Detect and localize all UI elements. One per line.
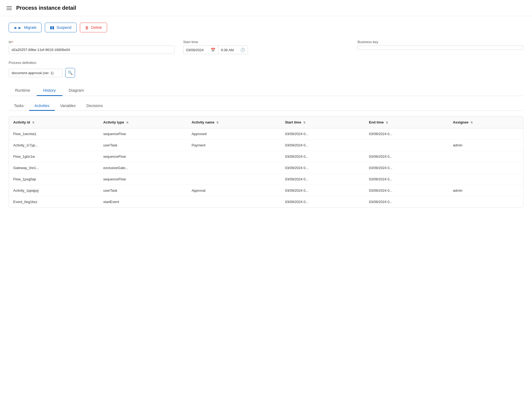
cell-activity_type-0: sequenceFlow [99, 128, 187, 140]
activities-table-container: Activity id ⇅ Activity type ⇅ Activity n… [9, 116, 523, 208]
business-key-field-group: Business key [357, 40, 523, 54]
delete-label: Delete [91, 25, 102, 30]
cell-activity_id-1: Activity_1r7yp... [9, 140, 99, 151]
business-key-label: Business key [357, 40, 523, 44]
cell-start_time-0: 03/09/2024 0... [281, 128, 364, 140]
tab-activities[interactable]: Activities [29, 101, 55, 111]
sort-icon-end-time: ⇅ [386, 121, 388, 124]
clock-icon: 🕐 [240, 48, 245, 52]
col-activity-id[interactable]: Activity id ⇅ [9, 116, 99, 128]
col-assignee[interactable]: Assignee ⇅ [449, 116, 523, 128]
main-content: ►► Migrate ▮▮ Suspend 🗑 Delete Id• d2a20… [0, 16, 532, 214]
table-header-row: Activity id ⇅ Activity type ⇅ Activity n… [9, 116, 523, 128]
process-def-section: Process definition document-approval (ve… [9, 61, 523, 78]
cell-activity_type-4: sequenceFlow [99, 174, 187, 185]
business-key-input[interactable] [357, 46, 523, 50]
suspend-button[interactable]: ▮▮ Suspend [45, 23, 76, 32]
cell-activity_name-6 [187, 196, 281, 208]
table-header: Activity id ⇅ Activity type ⇅ Activity n… [9, 116, 523, 128]
cell-start_time-6: 03/09/2024 0... [281, 196, 364, 208]
calendar-icon: 📅 [211, 48, 215, 52]
cell-activity_id-4: Flow_1pxg0ap [9, 174, 99, 185]
start-date-value: 03/09/2024 [186, 48, 209, 52]
start-time-label: Start time [183, 40, 349, 44]
cell-end_time-5: 03/09/2024 0... [365, 185, 449, 196]
id-label: Id• [9, 40, 175, 44]
header: Process instance detail [0, 0, 532, 16]
cell-activity_type-6: startEvent [99, 196, 187, 208]
cell-assignee-5: admin [449, 185, 523, 196]
cell-activity_name-3 [187, 162, 281, 174]
cell-start_time-3: 03/09/2024 0... [281, 162, 364, 174]
tab-diagram[interactable]: Diagram [62, 85, 91, 96]
hamburger-menu[interactable] [6, 6, 12, 10]
table-row: Gateway_0re1...exclusiveGate...03/09/202… [9, 162, 523, 174]
toolbar: ►► Migrate ▮▮ Suspend 🗑 Delete [9, 23, 523, 32]
delete-button[interactable]: 🗑 Delete [80, 23, 107, 32]
migrate-button[interactable]: ►► Migrate [9, 23, 42, 32]
table-row: Activity_1r7yp...userTaskPayment03/09/20… [9, 140, 523, 151]
sub-tabs: Tasks Activities Variables Decisions [9, 101, 523, 111]
cell-assignee-4 [449, 174, 523, 185]
cell-activity_name-1: Payment [187, 140, 281, 151]
cell-activity_type-2: sequenceFlow [99, 151, 187, 162]
tab-tasks[interactable]: Tasks [9, 101, 29, 111]
table-row: Flow_1gfzr1wsequenceFlow03/09/2024 0...0… [9, 151, 523, 162]
tab-decisions[interactable]: Decisions [81, 101, 108, 111]
sort-icon-activity-type: ⇅ [126, 121, 128, 124]
process-def-value: document-approval (ver. 1) [12, 71, 60, 75]
cell-activity_name-0: Approved [187, 128, 281, 140]
start-time-input[interactable]: 9:36 AM 🕐 [218, 46, 248, 54]
cell-assignee-2 [449, 151, 523, 162]
cell-end_time-4: 03/09/2024 0... [365, 174, 449, 185]
cell-end_time-0: 03/09/2024 0... [365, 128, 449, 140]
cell-activity_type-1: userTask [99, 140, 187, 151]
cell-activity_id-0: Flow_1wcmla1 [9, 128, 99, 140]
cell-start_time-1: 03/09/2024 0... [281, 140, 364, 151]
cell-start_time-4: 03/09/2024 0... [281, 174, 364, 185]
cell-assignee-6 [449, 196, 523, 208]
cell-activity_id-3: Gateway_0re1... [9, 162, 99, 174]
id-input[interactable]: d2a20257-69be-11ef-9619-16806e04 [9, 46, 175, 54]
tab-variables[interactable]: Variables [55, 101, 81, 111]
start-time-inputs: 03/09/2024 📅 9:36 AM 🕐 [183, 46, 349, 54]
search-icon: 🔍 [68, 70, 73, 75]
main-tabs: Runtime History Diagram [9, 85, 523, 96]
cell-end_time-1 [365, 140, 449, 151]
table-row: Event_0eg1bxzstartEvent03/09/2024 0...03… [9, 196, 523, 208]
cell-activity_type-3: exclusiveGate... [99, 162, 187, 174]
search-button[interactable]: 🔍 [65, 68, 75, 78]
form-section: Id• d2a20257-69be-11ef-9619-16806e04 Sta… [9, 40, 523, 54]
cell-activity_id-6: Event_0eg1bxz [9, 196, 99, 208]
cell-activity_id-2: Flow_1gfzr1w [9, 151, 99, 162]
cell-activity_type-5: userTask [99, 185, 187, 196]
page-title: Process instance detail [16, 5, 76, 11]
process-def-label: Process definition [9, 61, 523, 65]
table-row: Activity_1ppqpyjuserTaskApproval03/09/20… [9, 185, 523, 196]
cell-activity_name-5: Approval [187, 185, 281, 196]
cell-end_time-3: 03/09/2024 0... [365, 162, 449, 174]
cell-start_time-2: 03/09/2024 0... [281, 151, 364, 162]
col-activity-name[interactable]: Activity name ⇅ [187, 116, 281, 128]
tab-history[interactable]: History [37, 85, 62, 96]
sort-icon-activity-id: ⇅ [32, 121, 34, 124]
cell-end_time-6: 03/09/2024 0... [365, 196, 449, 208]
process-def-input[interactable]: document-approval (ver. 1) [9, 69, 63, 77]
sort-icon-activity-name: ⇅ [216, 121, 219, 124]
table-row: Flow_1pxg0apsequenceFlow03/09/2024 0...0… [9, 174, 523, 185]
cell-activity_name-4 [187, 174, 281, 185]
activities-table: Activity id ⇅ Activity type ⇅ Activity n… [9, 116, 523, 207]
cell-end_time-2: 03/09/2024 0... [365, 151, 449, 162]
table-body: Flow_1wcmla1sequenceFlowApproved03/09/20… [9, 128, 523, 208]
cell-start_time-5: 03/09/2024 0... [281, 185, 364, 196]
start-time-field-group: Start time 03/09/2024 📅 9:36 AM 🕐 [183, 40, 349, 54]
tab-runtime[interactable]: Runtime [9, 85, 37, 96]
delete-icon: 🗑 [85, 25, 89, 30]
sort-icon-start-time: ⇅ [303, 121, 305, 124]
col-activity-type[interactable]: Activity type ⇅ [99, 116, 187, 128]
col-end-time[interactable]: End time ⇅ [365, 116, 449, 128]
cell-assignee-1: admin [449, 140, 523, 151]
start-date-input[interactable]: 03/09/2024 📅 [183, 46, 218, 54]
sort-icon-assignee: ⇅ [470, 121, 473, 124]
col-start-time[interactable]: Start time ⇅ [281, 116, 364, 128]
